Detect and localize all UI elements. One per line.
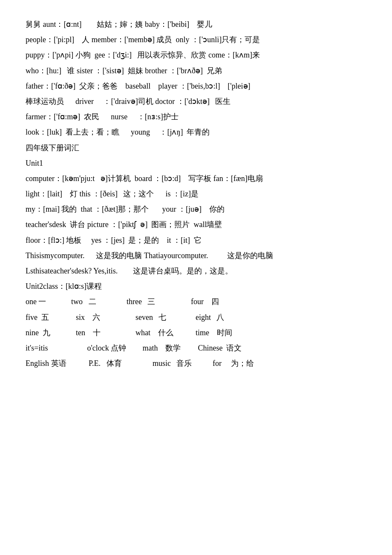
line7-text: farmer：['fɑ:mə] 农民 nurse ：[nɜ:s]护士 [26, 109, 179, 124]
line8: look：[luk] 看上去；看；瞧 young ：[jʌŋ] 年青的 [26, 125, 366, 139]
word-chinese: Chinese 语文 [196, 341, 242, 355]
line2: people：['pi:pl] 人 member：['membə] 成员 onl… [26, 32, 366, 47]
word-oclock: o'clock 点钟 [85, 341, 141, 355]
line1: 舅舅 aunt：[ɑ:nt] 姑姑；婶；姨 baby：['beibi] 婴儿 [26, 17, 366, 32]
line17-text: Lsthisateacher'sdesk? Yes,itis. 这是讲台桌吗。是… [26, 264, 233, 278]
line20: five 五 six 六 seven 七 eight 八 [26, 310, 366, 325]
line16: Thisismycomputer. 这是我的电脑 Thatiayourcompu… [26, 248, 366, 263]
word-english: English 英语 [26, 356, 81, 371]
word-eight: eight 八 [192, 310, 234, 325]
line19: one 一 two 二 three 三 four 四 [26, 294, 366, 309]
line4-text: who：[hu:] 谁 sister ：['sistə] 姐妹 brother … [26, 63, 222, 78]
line2-text: people：['pi:pl] 人 member：['membə] 成员 onl… [26, 32, 260, 47]
line22: it's=itis o'clock 点钟 math 数学 Chinese 语文 [26, 341, 366, 355]
unit1-title: Unit1 [26, 156, 43, 170]
line21: nine 九 ten 十 what 什么 time 时间 [26, 325, 366, 340]
word-what: what 什么 [128, 325, 192, 340]
line4: who：[hu:] 谁 sister ：['sistə] 姐妹 brother … [26, 63, 366, 78]
line14-text: teacher'sdesk 讲台 picture ：['piktʃ ə] 图画；… [26, 217, 222, 232]
unit2-title: Unit2class：[klɑ:s]课程 [26, 279, 102, 293]
line3-text: puppy：['pʌpi] 小狗 gee：['dʒi:] 用以表示惊异、欣赏 c… [26, 48, 260, 62]
line13: my：[mai] 我的 that ：[ðæt]那；那个 your ：[juə] … [26, 202, 366, 216]
line8-text: look：[luk] 看上去；看；瞧 young ：[jʌŋ] 年青的 [26, 125, 210, 139]
word-music: music 音乐 [145, 356, 209, 371]
line18: Unit2class：[klɑ:s]课程 [26, 279, 366, 293]
line11-text: computer：[kəm'pju:t ə]计算机 board ：[bɔ:d] … [26, 171, 263, 186]
section-title-text: 四年级下册词汇 [26, 141, 79, 155]
line3: puppy：['pʌpi] 小狗 gee：['dʒi:] 用以表示惊异、欣赏 c… [26, 48, 366, 62]
line15: floor：[flɔ:] 地板 yes ：[jes] 是；是的 it ：[it]… [26, 233, 366, 247]
word-ten: ten 十 [68, 325, 128, 340]
line10: Unit1 [26, 156, 366, 170]
line12: light：[lait] 灯 this ：[ðeis] 这；这个 is ：[iz… [26, 187, 366, 201]
line1-text: 舅舅 aunt：[ɑ:nt] 姑姑；婶；姨 baby：['beibi] 婴儿 [26, 17, 212, 32]
line6: 棒球运动员 driver ：['draivə]司机 doctor ：['dɔkt… [26, 94, 366, 109]
line12-text: light：[lait] 灯 this ：[ðeis] 这；这个 is ：[iz… [26, 187, 199, 201]
line9: 四年级下册词汇 [26, 141, 366, 155]
line17: Lsthisateacher'sdesk? Yes,itis. 这是讲台桌吗。是… [26, 264, 366, 278]
line13-text: my：[mai] 我的 that ：[ðæt]那；那个 your ：[juə] … [26, 202, 225, 216]
main-content: 舅舅 aunt：[ɑ:nt] 姑姑；婶；姨 baby：['beibi] 婴儿 p… [26, 17, 366, 371]
word-one: one 一 [26, 294, 60, 309]
word-three: three 三 [115, 294, 183, 309]
word-its: it's=itis [26, 341, 85, 355]
line15-text: floor：[flɔ:] 地板 yes ：[jes] 是；是的 it ：[it]… [26, 233, 202, 247]
line7: farmer：['fɑ:mə] 农民 nurse ：[nɜ:s]护士 [26, 109, 366, 124]
line11: computer：[kəm'pju:t ə]计算机 board ：[bɔ:d] … [26, 171, 366, 186]
word-pe: P.E. 体育 [81, 356, 145, 371]
line23: English 英语 P.E. 体育 music 音乐 for 为；给 [26, 356, 366, 371]
word-five: five 五 [26, 310, 68, 325]
word-math: math 数学 [141, 341, 196, 355]
line5-text: father：['fɑ:ðə] 父亲；爸爸 baseball player ：[… [26, 79, 251, 93]
line5: father：['fɑ:ðə] 父亲；爸爸 baseball player ：[… [26, 79, 366, 93]
word-time: time 时间 [192, 325, 234, 340]
word-two: two 二 [60, 294, 115, 309]
word-nine: nine 九 [26, 325, 68, 340]
word-seven: seven 七 [128, 310, 192, 325]
line14: teacher'sdesk 讲台 picture ：['piktʃ ə] 图画；… [26, 217, 366, 232]
word-four: four 四 [183, 294, 234, 309]
line6-text: 棒球运动员 driver ：['draivə]司机 doctor ：['dɔkt… [26, 94, 231, 109]
word-six: six 六 [68, 310, 128, 325]
line16-text: Thisismycomputer. 这是我的电脑 Thatiayourcompu… [26, 248, 273, 263]
word-for: for 为；给 [209, 356, 254, 371]
